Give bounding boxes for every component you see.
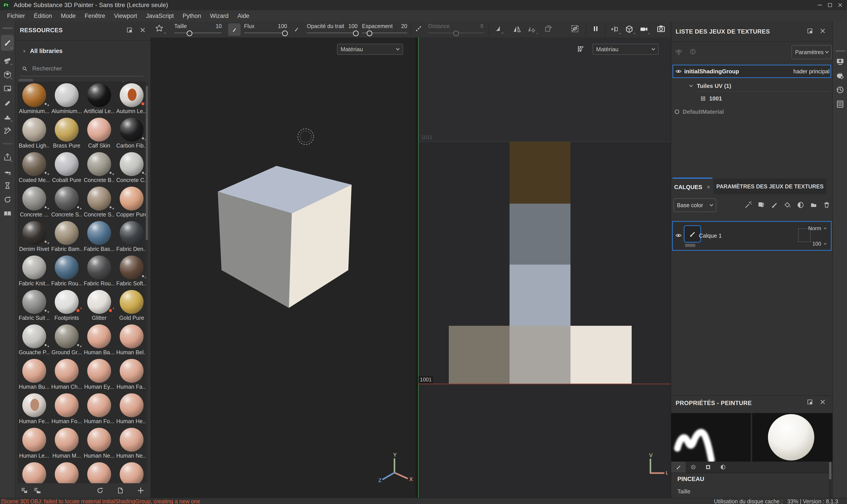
alpha-shape-chevron-icon[interactable] — [163, 31, 167, 35]
assets-button[interactable] — [3, 167, 12, 176]
uv-tile-row[interactable]: 1001 — [671, 94, 832, 103]
material-item[interactable]: Human Fo... — [50, 393, 83, 428]
material-item[interactable]: Coated Me... — [18, 152, 50, 187]
tab-material[interactable] — [716, 462, 731, 473]
texture-set-row-selected[interactable]: initialShadingGroup hader principal — [672, 65, 831, 78]
material-item[interactable]: Glitter — [83, 290, 115, 324]
tab-texture-set-settings[interactable]: PARAMÈTRES DES JEUX DE TEXTURES — [714, 178, 826, 194]
minimize-button[interactable] — [815, 0, 825, 10]
material-item[interactable]: Concrete ... — [18, 187, 50, 221]
layer-visibility-icon[interactable] — [675, 232, 682, 239]
material-item[interactable]: Human Ch... — [50, 359, 83, 393]
flow-brush-button[interactable] — [228, 23, 240, 36]
material-item[interactable]: Artificial Le... — [83, 83, 115, 118]
stroke-opacity-slider[interactable]: Opacité du trait100 — [307, 23, 358, 33]
material-item[interactable]: Brass Pure — [50, 118, 83, 152]
material-item[interactable]: Fabric Rou... — [50, 255, 83, 290]
alpha-shape-button[interactable] — [155, 24, 164, 34]
delete-layer-icon[interactable] — [823, 201, 831, 209]
blend-mode-dropdown[interactable]: Norm — [808, 225, 827, 232]
material-item[interactable]: Human Bu... — [18, 359, 50, 393]
material-item[interactable]: Fabric Soft... — [115, 255, 148, 290]
menu-item-mode[interactable]: Mode — [56, 11, 80, 21]
camera-mode-button[interactable] — [639, 25, 648, 34]
material-item[interactable]: Fabric Den... — [115, 221, 148, 255]
layer-row-selected[interactable]: Calque 1 Norm 100 — [672, 221, 831, 251]
channel-dropdown[interactable]: Base color — [673, 198, 716, 212]
material-item[interactable]: Concrete S... — [50, 187, 83, 221]
display-settings-icon[interactable] — [835, 57, 845, 66]
material-item[interactable]: Human Bel... — [115, 324, 148, 359]
layer-name[interactable]: Calque 1 — [699, 232, 722, 239]
material-item[interactable]: Fabric Suit ... — [18, 290, 50, 324]
maximize-button[interactable] — [825, 0, 835, 10]
panel-handle[interactable] — [3, 26, 12, 29]
tab-stencil[interactable] — [701, 462, 716, 473]
projection-mode-button[interactable] — [610, 25, 619, 34]
history-icon[interactable] — [835, 85, 845, 94]
pause-engine-button[interactable] — [592, 25, 600, 33]
paint-tool-button[interactable] — [3, 38, 12, 47]
viewport-2d[interactable]: 1011 1001 Matériau V — [418, 38, 671, 498]
documentation-button[interactable] — [3, 209, 12, 218]
default-material-visibility-icon[interactable] — [673, 108, 681, 115]
material-item[interactable]: Human Ne... — [83, 428, 115, 462]
add-smart-mask-icon[interactable] — [796, 201, 804, 209]
material-item[interactable]: Copper Pure — [115, 187, 148, 221]
material-item[interactable]: Concrete B... — [83, 152, 115, 187]
close-button[interactable] — [835, 0, 845, 10]
menu-item-wizard[interactable]: Wizard — [205, 11, 233, 21]
material-item[interactable]: Baked Ligh... — [18, 118, 50, 152]
properties-close-icon[interactable] — [819, 398, 826, 406]
new-resource-icon[interactable] — [116, 487, 124, 494]
single-set-filter-icon[interactable] — [689, 48, 697, 56]
export-list-icon[interactable] — [20, 487, 28, 494]
view-3d-button[interactable] — [625, 25, 634, 34]
add-paint-layer-icon[interactable] — [770, 201, 778, 209]
snapshot-button[interactable] — [656, 24, 666, 34]
tab-layers-close-icon[interactable] — [706, 185, 711, 189]
material-item[interactable]: Gold Pure — [115, 290, 148, 324]
library-expand-icon[interactable] — [22, 49, 26, 53]
material-item[interactable]: Fabric Bam... — [50, 221, 83, 255]
default-material-row[interactable]: DefaultMaterial — [671, 107, 832, 116]
add-fill-layer-icon[interactable] — [757, 201, 765, 209]
clone-tool-chevron-icon[interactable] — [10, 119, 13, 123]
material-item[interactable]: Carbon Fib... — [115, 118, 148, 152]
library-breadcrumb[interactable]: All libraries — [22, 48, 62, 55]
properties-scrollbar-thumb[interactable] — [829, 462, 831, 479]
material-item[interactable]: Aluminium... — [50, 83, 83, 118]
shading-mode-dropdown-2d[interactable]: Matériau — [593, 44, 659, 55]
material-item[interactable]: Ground Gr... — [50, 324, 83, 359]
symmetry-settings-button[interactable] — [527, 25, 536, 34]
texture-set-dock-icon[interactable] — [806, 28, 813, 34]
menu-item-viewport[interactable]: Viewport — [110, 11, 142, 21]
camera-mode-chevron-icon[interactable] — [647, 32, 651, 35]
menu-item-python[interactable]: Python — [178, 11, 205, 21]
add-group-icon[interactable] — [810, 201, 818, 209]
viewport-3d[interactable]: Matériau Y X Z — [150, 38, 415, 498]
add-effect-icon[interactable] — [783, 201, 791, 209]
material-item[interactable]: Cobalt Pure — [50, 152, 83, 187]
smudge-tool-button[interactable] — [3, 98, 12, 107]
resources-updater-button[interactable] — [3, 195, 12, 204]
material-item[interactable]: Denim Rivet — [18, 221, 50, 255]
material-item[interactable]: Human Ey... — [83, 359, 115, 393]
material-item[interactable]: Human Fe... — [18, 393, 50, 428]
material-item[interactable]: Human He... — [115, 393, 148, 428]
size-knob[interactable] — [187, 31, 192, 36]
material-item[interactable] — [115, 462, 148, 485]
material-item[interactable]: Fabric Knit... — [18, 255, 50, 290]
material-item[interactable]: Calf Skin — [83, 118, 115, 152]
log-icon[interactable] — [835, 100, 845, 109]
tab-br ush-settings[interactable] — [671, 462, 686, 473]
material-item[interactable]: Human Ne... — [115, 428, 148, 462]
menu-item-fichier[interactable]: Fichier — [3, 11, 29, 21]
falloff-button[interactable] — [493, 24, 501, 32]
material-item[interactable] — [18, 462, 50, 485]
params-dropdown[interactable]: Paramètres — [792, 45, 832, 59]
menu-item--dition[interactable]: Édition — [29, 11, 56, 21]
flow-knob[interactable] — [282, 31, 288, 36]
menu-item-aide[interactable]: Aide — [233, 11, 254, 21]
polygon-fill-tool-button[interactable] — [3, 84, 12, 93]
